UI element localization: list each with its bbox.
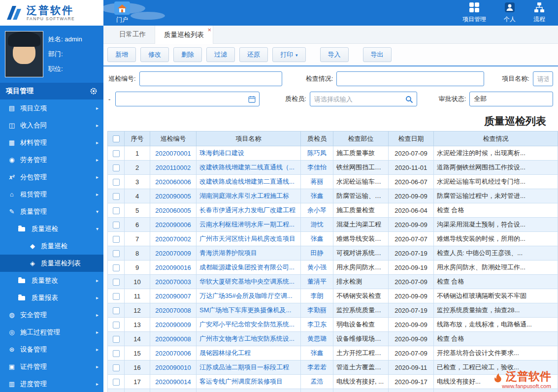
print-button[interactable]: 打印▾ [272,47,306,62]
add-button[interactable]: 新增 [107,47,136,62]
table-row[interactable]: 162020090010江苏成品油二期项目一标段工程李若若管道土方覆盖抽查202… [108,360,558,375]
cell-inspector[interactable]: 余小琴 [301,203,333,218]
row-checkbox[interactable] [113,250,120,257]
cell-code[interactable]: 2020090005 [150,189,197,203]
cell-project[interactable]: 云南水利枢纽潜明水库一期工程... [197,218,301,232]
cell-project[interactable]: 青海洪湖养护院项目 [197,246,301,261]
project-name-input[interactable] [533,71,553,86]
sidebar-item-materials[interactable]: ▦材料管理▸ [0,134,103,151]
cell-project[interactable]: 广安邓小平纪念馆安全防范系统... [197,318,301,332]
cell-project[interactable]: 长春市伊通河水力发电厂改建工程 [197,203,301,218]
row-checkbox[interactable] [113,179,120,186]
cell-code[interactable]: 2020090016 [150,261,197,275]
restore-button[interactable]: 还原 [239,47,268,62]
cell-project[interactable]: 广州市天河区统计局机房改造项目 [197,232,301,246]
cell-inspector[interactable]: 游忱 [301,218,333,232]
sidebar-item-progress[interactable]: ▥进度管理▸ [0,375,103,392]
table-row[interactable]: 22020110002改建铁路线增建第二线直通线（...李佳怡铁丝网围挡工作..… [108,161,558,175]
cell-inspector[interactable]: 黄思璐 [301,332,333,346]
cell-inspector[interactable]: 董清平 [301,275,333,289]
cell-code[interactable]: 2020070006 [150,346,197,360]
import-button[interactable]: 导入 [320,47,349,62]
row-checkbox[interactable] [113,279,120,286]
sidebar-item-quality-inspection-list[interactable]: ◈质量巡检列表 [0,255,103,272]
cell-code[interactable]: 2020090006 [150,218,197,232]
cell-inspector[interactable]: 孟浩 [301,375,333,389]
cell-code[interactable]: 2020070001 [150,146,197,161]
cell-project[interactable]: 重庆太极制药有限公司亳州中药... [197,389,301,392]
tab-quality-inspection-list[interactable]: 质量巡检列表× [155,26,213,44]
cell-project[interactable]: 万达广场35#会所及咖啡厅空调... [197,289,301,303]
row-checkbox[interactable] [113,293,120,300]
cell-inspector[interactable]: 王可可 [301,389,333,392]
cell-code[interactable]: 2020110002 [150,161,197,175]
top-nav-project-mgmt[interactable]: 项目管理 [462,2,486,24]
row-checkbox[interactable] [113,193,120,200]
cell-code[interactable]: 2020060005 [150,203,197,218]
sidebar-item-income-contract[interactable]: ◫收入合同▸ [0,117,103,134]
row-checkbox[interactable] [113,236,120,243]
cell-project[interactable]: 华软大厦研究基地中央空调系统... [197,275,301,289]
cell-inspector[interactable]: 黄小强 [301,261,333,275]
row-checkbox[interactable] [113,350,120,357]
table-row[interactable]: 32020060006改建铁路成渝线增建第二直通线...蒋丽水泥砼运输车检查20… [108,175,558,189]
cell-inspector[interactable]: 李勤丽 [301,303,333,318]
sidebar-item-subcontract[interactable]: x²分包管理▸ [0,168,103,186]
cell-code[interactable]: 2020070009 [150,246,197,261]
inspector-input[interactable] [310,92,417,106]
table-row[interactable]: 172020090014客运专线广州调度所装修项目孟浩电线没有接好, ...20… [108,375,558,389]
cell-code[interactable]: 2020090010 [150,360,197,375]
row-checkbox[interactable] [113,222,120,229]
row-checkbox[interactable] [113,307,120,314]
search-icon[interactable] [405,96,413,105]
cell-inspector[interactable]: 李卫东 [301,318,333,332]
row-checkbox[interactable] [113,322,120,328]
filter-button[interactable]: 过滤 [206,47,235,62]
inspection-no-input[interactable] [139,71,282,86]
sidebar-section-header[interactable]: 项目管理 [0,83,103,99]
table-row[interactable]: 142020090008广州市文物考古工地安防系统设...黄思璐设备维修现场查看… [108,332,558,346]
top-nav-workflow[interactable]: 流程 [533,2,545,24]
approval-status-select[interactable]: 全部 [469,92,553,106]
cell-code[interactable]: 2020060006 [150,175,197,189]
sidebar-item-quality[interactable]: ✎质量管理▾ [0,203,103,220]
row-checkbox[interactable] [113,336,120,343]
row-checkbox[interactable] [113,379,120,386]
portal-tab[interactable]: 门户 [114,0,130,26]
sidebar-item-quality-inspection-entry[interactable]: ◆质量巡检 [0,237,103,255]
table-row[interactable]: 102020070003华软大厦研究基地中央空调系统...董清平排水检测2020… [108,275,558,289]
gear-icon[interactable] [90,87,98,97]
cell-inspector[interactable]: 张鑫 [301,346,333,360]
cell-project[interactable]: 晟铭园林绿化工程 [197,346,301,360]
cell-code[interactable]: 2020090007 [150,289,197,303]
sidebar-item-labor[interactable]: ◉劳务管理▸ [0,151,103,168]
sidebar-item-construction-process[interactable]: ◎施工过程管理▸ [0,324,103,341]
cell-inspector[interactable]: 李若若 [301,360,333,375]
table-row[interactable]: 132020090009广安邓小平纪念馆安全防范系统...李卫东弱电设备检查20… [108,318,558,332]
cell-code[interactable]: 2020040002 [150,389,197,392]
cell-inspector[interactable]: 李佳怡 [301,161,333,175]
table-row[interactable]: 92020090016成都能源建设集团投资有限公司...黄小强用水房间防水、..… [108,261,558,275]
table-row[interactable]: 42020090005湖南洞庭湖水库引水工程施工标张鑫防腐管运输、布管2020-… [108,189,558,203]
table-row[interactable]: 52020060005长春市伊通河水力发电厂改建工程余小琴施工质量检查2020-… [108,203,558,218]
cell-code[interactable]: 2020090009 [150,318,197,332]
cell-code[interactable]: 2020070008 [150,303,197,318]
row-checkbox[interactable] [113,264,120,271]
edit-button[interactable]: 修改 [140,47,169,62]
cell-project[interactable]: 改建铁路线增建第二线直通线（... [197,161,301,175]
cell-code[interactable]: 2020090014 [150,375,197,389]
table-row[interactable]: 152020070006晟铭园林绿化工程张鑫土方开挖工程检查2020-07-09… [108,346,558,360]
cell-project[interactable]: 改建铁路成渝线增建第二直通线... [197,175,301,189]
cell-code[interactable]: 2020090008 [150,332,197,346]
cell-project[interactable]: 珠海鹤港口建设 [197,146,301,161]
table-row[interactable]: 72020070002广州市天河区统计局机房改造项目张鑫难燃导线安装检查2020… [108,232,558,246]
row-checkbox[interactable] [113,207,120,214]
select-all-checkbox[interactable] [113,135,120,142]
table-row[interactable]: 12020070001珠海鹤港口建设陈巧凤施工质量事故2020-07-09水泥砼… [108,146,558,161]
cell-inspector[interactable]: 李朗 [301,289,333,303]
table-row[interactable]: 122020070008SM广场地下车库更换摄像机及...李勤丽监控系统质量抽查… [108,303,558,318]
check-status-input[interactable] [336,71,484,86]
calendar-icon[interactable] [248,96,256,104]
table-row[interactable]: 82020070009青海洪湖养护院项目田静可视对讲系统检查2020-07-19… [108,246,558,261]
cell-project[interactable]: 江苏成品油二期项目一标段工程 [197,360,301,375]
